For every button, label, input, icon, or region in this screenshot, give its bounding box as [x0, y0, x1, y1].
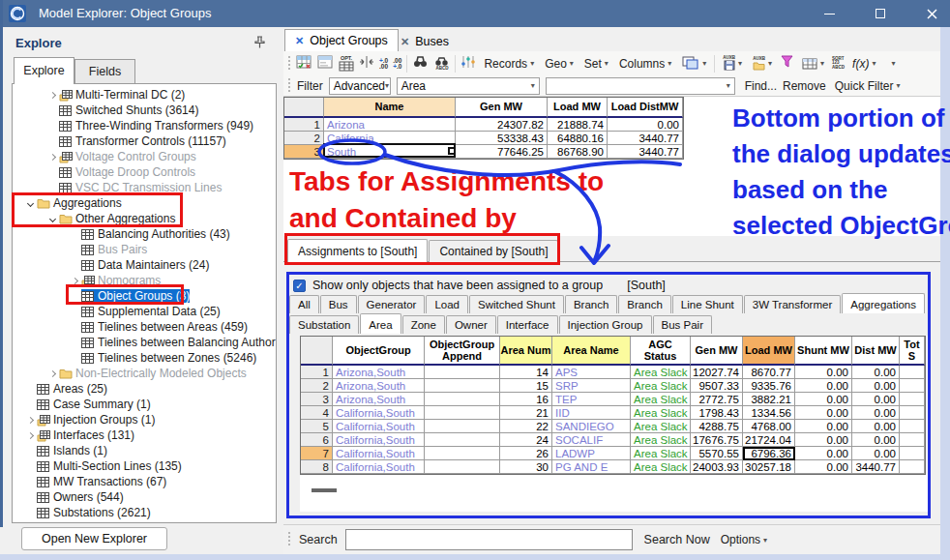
- search-input[interactable]: [345, 529, 633, 550]
- tab-interface[interactable]: Interface: [497, 315, 558, 334]
- cell-area-num[interactable]: 14: [500, 366, 552, 379]
- tab-zone[interactable]: Zone: [402, 315, 445, 334]
- cell-shunt-mw[interactable]: 0.00: [795, 447, 852, 460]
- tab-injection-group[interactable]: Injection Group: [559, 315, 652, 334]
- cell-area-num[interactable]: 22: [500, 420, 552, 433]
- cell-objectgroup[interactable]: California,South: [333, 406, 425, 420]
- filter-funnel-icon[interactable]: [780, 54, 794, 73]
- find-binoculars-icon[interactable]: [412, 54, 429, 73]
- cell-dist-mw[interactable]: 0.00: [852, 447, 900, 460]
- row-number-cell[interactable]: 2: [284, 132, 324, 145]
- cell-gen-mw[interactable]: 2772.75: [691, 393, 743, 406]
- horizontal-scrollbar-thumb[interactable]: [312, 488, 337, 492]
- chevron-right-icon[interactable]: [23, 418, 37, 423]
- cell-objectgroup-append[interactable]: [425, 406, 500, 420]
- tree-item-multi-terminal-dc-2[interactable]: Multi-Terminal DC (2): [13, 87, 276, 103]
- row-number-cell[interactable]: 7: [301, 447, 333, 460]
- cell-shunt-mw[interactable]: 0.00: [795, 460, 852, 474]
- cell-gen-mw[interactable]: 4288.75: [691, 420, 743, 433]
- tree-item-tielines-between-areas-459[interactable]: Tielines between Areas (459): [13, 319, 276, 335]
- cell-shunt-mw[interactable]: 0.00: [795, 379, 852, 393]
- cell-agc-status[interactable]: Area Slack: [631, 379, 691, 393]
- quick-filter-menu[interactable]: Quick Filter▾: [832, 77, 904, 95]
- cell-load-distmw[interactable]: 3440.77: [608, 145, 683, 159]
- column-header-objectgroup[interactable]: ObjectGroup: [333, 337, 425, 366]
- cell-area-name[interactable]: IID: [552, 406, 631, 420]
- geo-menu[interactable]: Geo▾: [542, 55, 577, 73]
- tree-item-bus-pairs[interactable]: Bus Pairs: [13, 242, 276, 257]
- tab-load[interactable]: Load: [426, 295, 468, 313]
- row-number-header[interactable]: [301, 337, 333, 366]
- tree-item-transformer-controls-11157[interactable]: Transformer Controls (11157): [13, 133, 276, 149]
- tree-item-switched-shunts-3614[interactable]: Switched Shunts (3614): [13, 103, 276, 118]
- cell-dist-mw[interactable]: 3440.77: [852, 460, 900, 474]
- cell-load-mw[interactable]: 8670.77: [743, 366, 795, 379]
- show-assigned-checkbox[interactable]: ✓: [293, 280, 306, 292]
- tab-branch[interactable]: Branch: [618, 295, 670, 313]
- cell-tot-s[interactable]: [900, 447, 925, 460]
- tree-item-non-electrically-modeled-objects[interactable]: Non-Electrically Modeled Objects: [13, 366, 276, 381]
- cell-objectgroup-append[interactable]: [425, 393, 500, 406]
- tab-substation[interactable]: Substation: [289, 315, 359, 334]
- records-menu[interactable]: Records▾: [481, 55, 537, 73]
- columns-menu[interactable]: Columns▾: [616, 55, 674, 73]
- cell-objectgroup[interactable]: California,South: [333, 447, 425, 460]
- tree-item-balancing-authorities-43[interactable]: Balancing Authorities (43): [13, 226, 276, 242]
- tree-item-owners-544[interactable]: Owners (544): [13, 489, 276, 505]
- tab-line-shunt[interactable]: Line Shunt: [672, 295, 743, 313]
- tab-area[interactable]: Area: [360, 313, 401, 334]
- row-number-cell[interactable]: 8: [301, 460, 333, 474]
- cell-load-mw[interactable]: 21724.04: [743, 433, 795, 447]
- cell-tot-s[interactable]: [900, 460, 925, 474]
- column-header-area-name[interactable]: Area Name: [552, 337, 631, 366]
- cell-area-name[interactable]: SRP: [552, 379, 631, 393]
- filterbar-grip[interactable]: [287, 78, 291, 94]
- column-header-tot-s[interactable]: Tot S: [900, 337, 925, 366]
- cell-fill-handle[interactable]: [448, 147, 456, 155]
- cell-tot-s[interactable]: [900, 406, 925, 420]
- cell-shunt-mw[interactable]: 0.00: [795, 393, 852, 406]
- cell-agc-status[interactable]: Area Slack: [631, 366, 691, 379]
- chevron-right-icon[interactable]: [45, 371, 59, 376]
- tab-bus-pair[interactable]: Bus Pair: [653, 315, 712, 334]
- tree-item-data-maintainers-24[interactable]: Data Maintainers (24): [13, 257, 276, 273]
- cell-objectgroup[interactable]: California,South: [333, 460, 425, 474]
- open-new-explorer-button[interactable]: Open New Explorer: [21, 527, 167, 550]
- column-header-load-distmw[interactable]: Load DistMW: [608, 98, 683, 118]
- grid-options-icon[interactable]: ▾: [799, 55, 827, 72]
- cell-area-num[interactable]: 21: [500, 406, 552, 420]
- cell-load-mw[interactable]: 1334.56: [743, 406, 795, 420]
- cell-gen-mw[interactable]: 1798.43: [691, 406, 743, 420]
- tree-item-interfaces-131[interactable]: Interfaces (131): [13, 427, 276, 443]
- cell-agc-status[interactable]: Area Slack: [631, 447, 691, 460]
- sidebar-tab-fields[interactable]: Fields: [74, 59, 135, 84]
- cell-area-name[interactable]: PG AND E: [552, 460, 631, 474]
- pin-icon[interactable]: [253, 35, 266, 52]
- tree-item-tielines-between-zones-5246[interactable]: Tielines between Zones (5246): [13, 350, 276, 366]
- cell-tot-s[interactable]: [900, 366, 925, 379]
- options-grid-icon[interactable]: OPT.: [339, 56, 354, 72]
- row-number-cell[interactable]: 4: [301, 406, 333, 420]
- tree-item-multi-section-lines-135[interactable]: Multi-Section Lines (135): [13, 458, 276, 474]
- cell-objectgroup-append[interactable]: [425, 433, 500, 447]
- column-header-load-mw[interactable]: Load MW: [743, 337, 795, 366]
- cell-gen-mw[interactable]: 77646.25: [456, 145, 548, 159]
- cell-gen-mw[interactable]: 12027.74: [691, 366, 743, 379]
- tab-bus[interactable]: Bus: [320, 295, 357, 313]
- tab-generator[interactable]: Generator: [358, 295, 426, 313]
- close-button[interactable]: [910, 0, 950, 27]
- tab-owner[interactable]: Owner: [446, 315, 496, 334]
- records-grid-icon[interactable]: [296, 54, 312, 74]
- toolbar-grip[interactable]: [287, 56, 291, 72]
- cell-objectgroup[interactable]: Arizona,South: [333, 393, 425, 406]
- cell-objectgroup[interactable]: Arizona,South: [333, 366, 425, 379]
- tree-item-voltage-control-groups[interactable]: Voltage Control Groups: [13, 149, 276, 164]
- selected-cell-border[interactable]: [323, 143, 456, 158]
- chevron-right-icon[interactable]: [45, 93, 59, 98]
- cell-tot-s[interactable]: [900, 393, 925, 406]
- cell-area-name[interactable]: TEP: [552, 393, 631, 406]
- row-number-cell[interactable]: 2: [301, 379, 333, 393]
- tree-item-other-aggregations[interactable]: Other Aggregations: [13, 211, 276, 226]
- cell-load-mw[interactable]: 3882.21: [743, 393, 795, 406]
- chevron-right-icon[interactable]: [68, 279, 81, 283]
